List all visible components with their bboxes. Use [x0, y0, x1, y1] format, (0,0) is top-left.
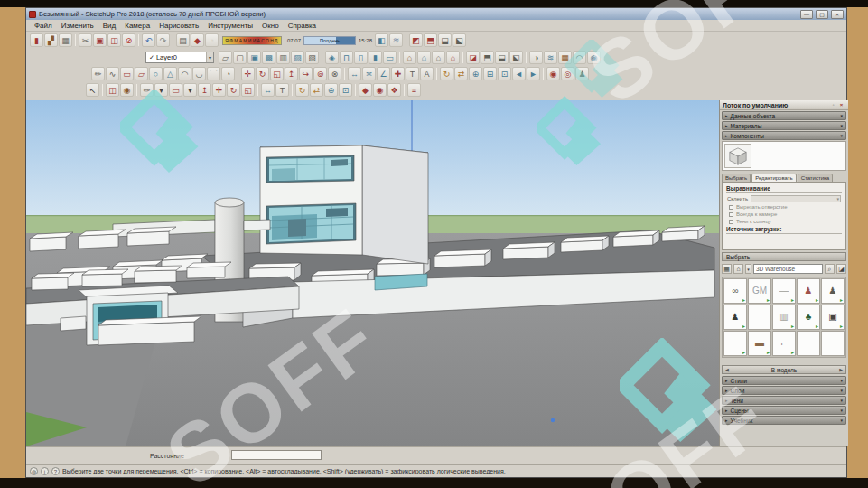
shaded-textures-icon[interactable]: ▩	[262, 51, 275, 64]
select-icon[interactable]: ↖	[86, 83, 99, 97]
menu-tools[interactable]: Инструменты	[203, 22, 257, 30]
layer-combo[interactable]: ✓ Layer0 ▾	[145, 52, 214, 63]
soften-edges-icon[interactable]: ◠	[573, 51, 586, 64]
line-dropdown-icon[interactable]: ▾	[154, 83, 168, 97]
share-component-icon[interactable]: ⌂	[432, 51, 445, 64]
line-icon[interactable]: ✏	[91, 67, 105, 80]
polygon-icon[interactable]: △	[163, 67, 177, 80]
tab-edit[interactable]: Редактировать	[751, 174, 796, 182]
viewport-3d[interactable]	[26, 100, 719, 446]
component-thumbnail[interactable]: ♟▸	[821, 278, 845, 304]
freehand-icon[interactable]: ∿	[106, 67, 119, 80]
zoom-extents-icon[interactable]: ⊡	[339, 83, 352, 97]
move-icon[interactable]: ✛	[212, 83, 226, 97]
component-thumbnail[interactable]: —▸	[772, 278, 796, 304]
glue-combo[interactable]: ▾	[751, 195, 841, 202]
3d-warehouse-icon[interactable]: ⌂	[403, 51, 416, 64]
copy-icon[interactable]: ▣	[93, 33, 107, 47]
chevron-down-icon[interactable]: ▾	[745, 264, 751, 274]
back-view-icon[interactable]: ▭	[383, 51, 397, 64]
details-icon[interactable]: ◪	[836, 264, 846, 274]
section-bar-layers[interactable]: ▸Слои▾	[722, 386, 846, 395]
component-search-input[interactable]	[753, 264, 823, 274]
expand-icon[interactable]: ▸	[725, 398, 728, 403]
section-plane-icon[interactable]: ◪	[466, 51, 480, 64]
line-icon[interactable]: ✏	[140, 83, 154, 97]
component-thumbnail[interactable]: ⌐▸	[772, 331, 796, 356]
tab-statistics[interactable]: Статистика	[798, 174, 834, 182]
styles-hat-icon[interactable]: ◔	[205, 33, 219, 47]
expand-icon[interactable]: ▸	[725, 113, 728, 118]
fog-toggle-icon[interactable]: ≋	[544, 51, 557, 64]
section-display-icon[interactable]: ⬒	[424, 33, 437, 47]
help-icon[interactable]: ?	[51, 467, 60, 475]
search-icon[interactable]: ⌕	[825, 264, 835, 274]
redo-icon[interactable]: ↷	[156, 33, 170, 47]
chevron-down-icon[interactable]: ▾	[206, 52, 213, 62]
collapse-icon[interactable]: ▾	[840, 133, 843, 138]
iso-view-icon[interactable]: ◈	[325, 51, 339, 64]
follow-me-icon[interactable]: ↪	[299, 67, 313, 80]
top-view-icon[interactable]: ⊓	[340, 51, 353, 64]
component-thumbnail[interactable]: ▸	[723, 331, 747, 356]
position-camera-icon[interactable]: ◉	[546, 67, 560, 80]
back-icon[interactable]: ◀	[725, 367, 729, 372]
print-icon[interactable]: ▤	[176, 33, 190, 47]
tape-measure-icon[interactable]: ↔	[261, 83, 275, 97]
rotate-icon[interactable]: ↻	[227, 83, 240, 97]
component-thumbnail[interactable]: ▥▸	[772, 305, 796, 330]
menu-help[interactable]: Справка	[284, 22, 321, 30]
expand-icon[interactable]: ▸	[725, 123, 728, 128]
pin-icon[interactable]: ◦	[829, 101, 837, 109]
collapse-icon[interactable]: ▾	[840, 113, 843, 118]
model-info-icon[interactable]: ◆	[191, 33, 204, 47]
offset-icon[interactable]: ⊚	[313, 67, 327, 80]
component-thumbnail[interactable]	[748, 305, 771, 330]
menu-view[interactable]: Вид	[98, 22, 120, 30]
checkbox[interactable]	[729, 212, 733, 217]
measurement-input[interactable]	[231, 450, 322, 460]
section-bar-entity-info[interactable]: ▸Данные объекта▾	[722, 111, 846, 120]
orbit-icon[interactable]: ↻	[295, 83, 309, 97]
axes-icon[interactable]: ✚	[391, 67, 405, 80]
component-thumbnail[interactable]: GM▸	[748, 278, 771, 304]
expand-icon[interactable]: ▸	[725, 408, 728, 413]
match-photo-icon[interactable]: ▦	[558, 51, 572, 64]
shadow-settings-icon[interactable]: ◧	[375, 33, 388, 47]
push-pull-icon[interactable]: ↥	[198, 83, 211, 97]
pie-icon[interactable]: ◔	[221, 67, 235, 80]
smoove-icon[interactable]: ◉	[587, 51, 601, 64]
close-button[interactable]: ×	[831, 10, 844, 19]
component-thumbnail[interactable]: ♣▸	[797, 305, 820, 330]
protractor-icon[interactable]: ∠	[377, 67, 390, 80]
rotated-rectangle-icon[interactable]: ▱	[135, 67, 148, 80]
look-around-icon[interactable]: ◎	[561, 67, 574, 80]
circle-icon[interactable]: ○	[149, 67, 163, 80]
component-thumbnail[interactable]	[821, 331, 845, 356]
checkbox[interactable]	[729, 205, 733, 210]
three-point-arc-icon[interactable]: ⌒	[207, 67, 220, 80]
delete-icon[interactable]: ⊘	[122, 33, 135, 47]
open-icon[interactable]: ▞	[44, 33, 58, 47]
move-icon[interactable]: ✛	[241, 67, 255, 80]
maximize-button[interactable]: ▢	[816, 10, 828, 19]
section-cut-icon[interactable]: ⬓	[438, 33, 452, 47]
new-icon[interactable]: ▮	[30, 33, 43, 47]
section-fill-icon[interactable]: ⬕	[509, 51, 523, 64]
section-plane-icon[interactable]: ◩	[409, 33, 423, 47]
section-display-icon[interactable]: ⬒	[481, 51, 494, 64]
rectangle-icon[interactable]: ▭	[120, 67, 134, 80]
shadow-date-slider[interactable]: ЯФМАМИИАСОНД	[222, 36, 282, 45]
section-bar-materials[interactable]: ▸Материалы▾	[722, 121, 846, 130]
back-edges-icon[interactable]: ▧	[305, 51, 319, 64]
3d-text-icon[interactable]: A	[420, 67, 434, 80]
shapes-dropdown-icon[interactable]: ▾	[183, 83, 197, 97]
menu-draw[interactable]: Нарисовать	[154, 22, 203, 30]
info-icon[interactable]: i	[41, 467, 49, 475]
paint-bucket-icon[interactable]: ◉	[120, 83, 134, 97]
section-bar-instructor[interactable]: ▸Учебник▾	[722, 416, 846, 425]
minimize-button[interactable]: —	[800, 10, 813, 19]
undo-icon[interactable]: ↶	[142, 33, 155, 47]
component-thumbnail[interactable]	[724, 144, 751, 168]
pan-icon[interactable]: ⇄	[454, 67, 468, 80]
